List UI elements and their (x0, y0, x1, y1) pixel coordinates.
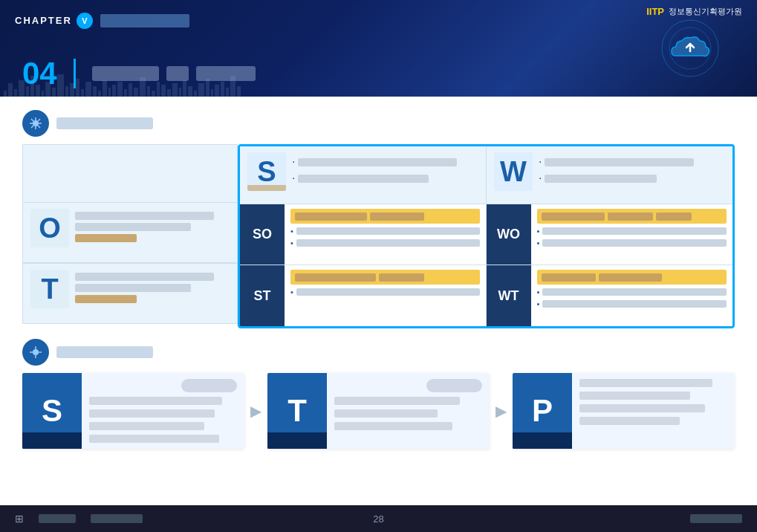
chapter-v: V (82, 16, 87, 25)
stp-arrow-2: ▶ (496, 373, 507, 449)
footer-page-number: 28 (373, 513, 383, 525)
stp-p-content (572, 373, 735, 449)
swot-right: S · · W · (238, 144, 735, 328)
footer-right-bar (690, 514, 742, 523)
svg-line-10 (38, 119, 40, 121)
header: CHAPTER V IITP 정보통신기획평가원 (0, 0, 757, 97)
o-letter: O (39, 214, 61, 242)
section2-icon (22, 339, 49, 366)
stp-p-label: P (513, 373, 572, 449)
stp-t-card: T (267, 373, 490, 449)
chapter-label: CHAPTER (15, 15, 72, 26)
section1-icon (22, 110, 49, 137)
section2-title (56, 346, 153, 358)
stp-p-card: P (513, 373, 735, 449)
wt-cell: WT • • (487, 265, 733, 326)
w-content: · · (539, 152, 725, 185)
swot-o-cell: O (22, 202, 238, 263)
svg-point-12 (33, 349, 39, 355)
footer-text-2 (91, 514, 143, 523)
swot-left: O T (22, 144, 238, 328)
wo-label: WO (497, 227, 520, 242)
stp-s-label: S (22, 373, 82, 449)
section-swot: O T (22, 110, 735, 328)
section1-title (56, 117, 153, 129)
swot-s-cell: S · · (240, 146, 487, 204)
footer-icon: ⊞ (15, 513, 24, 525)
main-content: O T (0, 97, 757, 505)
s-letter: S (257, 156, 276, 188)
so-label: SO (253, 227, 272, 242)
chapter-v-circle: V (77, 13, 93, 29)
footer-text-1 (39, 514, 76, 523)
w-letter: W (500, 156, 527, 188)
swot-container: O T (22, 144, 735, 328)
chapter-subtitle-bar (100, 14, 189, 27)
sw-row: S · · W · (240, 146, 732, 204)
swot-w-cell: W · · (487, 146, 732, 204)
stp-t-content (327, 373, 490, 449)
swot-t-cell: T (22, 263, 238, 324)
so-cell: SO • • (240, 204, 487, 265)
cloud-upload-icon (646, 11, 735, 85)
stp-s-content (82, 373, 244, 449)
stp-t-label: T (267, 373, 327, 449)
svg-line-8 (31, 119, 33, 121)
chapter-badge: CHAPTER V (15, 13, 189, 29)
t-letter: T (41, 275, 58, 303)
wt-label: WT (498, 288, 519, 304)
header-image (608, 0, 757, 97)
svg-point-3 (33, 120, 39, 126)
st-label: ST (253, 288, 270, 304)
svg-line-11 (31, 126, 33, 128)
st-cell: ST • (240, 265, 487, 326)
strategy-grid: SO • • W (240, 204, 732, 326)
stp-container: S ▶ T (22, 373, 735, 449)
wo-cell: WO • • (487, 204, 733, 265)
section1-header (22, 110, 735, 137)
stp-s-card: S (22, 373, 244, 449)
section2-header (22, 339, 735, 366)
svg-line-9 (38, 126, 40, 128)
footer: ⊞ 28 (0, 505, 757, 532)
s-content: · · (292, 152, 478, 185)
section-stp: S ▶ T (22, 339, 735, 449)
stp-arrow-1: ▶ (250, 373, 261, 449)
